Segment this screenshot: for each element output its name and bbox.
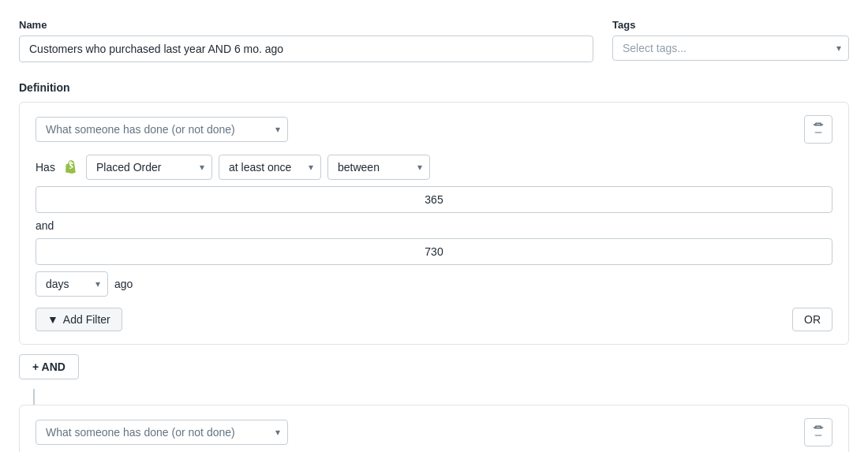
definition-section: Definition What someone has done (or not… <box>19 81 849 452</box>
condition-type-select-wrapper-1: What someone has done (or not done) ▾ <box>36 117 288 142</box>
tags-select-wrapper: Select tags... ▾ <box>612 35 849 61</box>
name-label: Name <box>19 19 593 31</box>
and-line <box>33 389 35 405</box>
condition-block-1: What someone has done (or not done) ▾ Ha… <box>19 102 849 345</box>
value2-input-1[interactable] <box>36 238 832 265</box>
and-connector: + AND <box>19 354 849 379</box>
delete-condition-2-button[interactable] <box>804 418 832 446</box>
timeframe-select-1[interactable]: between in the last before after on <box>327 155 430 180</box>
trash-icon <box>812 121 825 137</box>
event-select-wrapper-1: Placed Order Viewed Product Added to Car… <box>86 155 212 180</box>
timeframe-select-wrapper-1: between in the last before after on ▾ <box>327 155 430 180</box>
tags-field-group: Tags Select tags... ▾ <box>612 19 849 61</box>
name-input[interactable] <box>19 35 593 62</box>
tags-label: Tags <box>612 19 849 31</box>
delete-condition-1-button[interactable] <box>804 115 832 144</box>
condition-type-select-1[interactable]: What someone has done (or not done) <box>36 117 288 142</box>
filter-icon-1: ▼ <box>47 313 58 326</box>
add-filter-row-1: ▼ Add Filter OR <box>36 308 832 331</box>
definition-label: Definition <box>19 81 849 94</box>
condition-block-2: What someone has done (or not done) What… <box>19 405 849 452</box>
condition-type-select-wrapper-2: What someone has done (or not done) What… <box>36 420 288 445</box>
unit-select-1[interactable]: days weeks months years <box>36 271 108 297</box>
ago-text-1: ago <box>114 278 133 290</box>
trash-icon-2 <box>812 424 825 440</box>
and-button[interactable]: + AND <box>19 354 79 379</box>
add-filter-button-1[interactable]: ▼ Add Filter <box>36 308 122 331</box>
filter-row-1: Has Placed Order Viewed Product Added to… <box>36 155 832 297</box>
condition-type-row-2: What someone has done (or not done) What… <box>36 418 832 446</box>
unit-select-wrapper-1: days weeks months years ▾ <box>36 271 108 297</box>
condition-type-select-2[interactable]: What someone has done (or not done) What… <box>36 420 288 445</box>
event-select-1[interactable]: Placed Order Viewed Product Added to Car… <box>86 155 212 180</box>
shopify-icon-1 <box>64 159 80 175</box>
name-field-group: Name <box>19 19 593 62</box>
tags-select[interactable]: Select tags... <box>612 35 849 61</box>
and-text-1: and <box>36 219 54 232</box>
has-label-1: Has <box>36 161 58 174</box>
form-header: Name Tags Select tags... ▾ <box>19 19 849 62</box>
frequency-select-wrapper-1: at least once zero times exactly more th… <box>219 155 321 180</box>
add-filter-label-1: Add Filter <box>63 313 110 326</box>
frequency-select-1[interactable]: at least once zero times exactly more th… <box>219 155 321 180</box>
condition-type-row-1: What someone has done (or not done) ▾ <box>36 115 832 144</box>
or-button-1[interactable]: OR <box>792 308 832 331</box>
value1-input-1[interactable] <box>36 186 832 213</box>
